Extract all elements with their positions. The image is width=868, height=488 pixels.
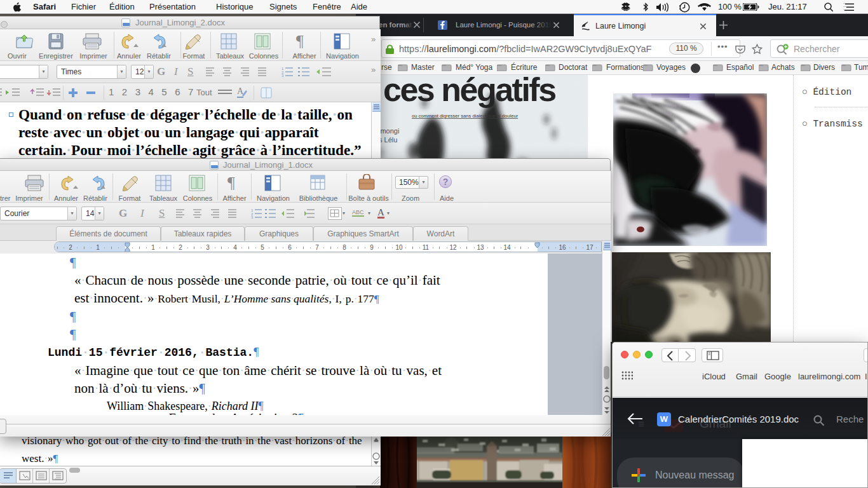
svg-text:12: 12 (449, 244, 457, 251)
svg-text:7: 7 (315, 244, 319, 251)
svg-text:8: 8 (342, 244, 346, 251)
svg-text:2: 2 (69, 244, 72, 251)
svg-text:3: 3 (206, 244, 210, 251)
svg-text:5: 5 (261, 244, 264, 251)
svg-text:3: 3 (281, 74, 284, 77)
svg-text:imongi: imongi (379, 127, 399, 135)
svg-text:11: 11 (423, 244, 430, 251)
svg-text:16: 16 (559, 244, 566, 251)
svg-text:ces négatifs: ces négatifs (383, 75, 555, 108)
svg-text:3: 3 (251, 215, 254, 219)
svg-text:17: 17 (586, 244, 593, 251)
svg-text:10: 10 (395, 244, 403, 251)
svg-text:1: 1 (151, 244, 155, 251)
svg-text:ou comment digresser sans dial: ou comment digresser sans dialectique ni… (412, 113, 519, 119)
svg-text:s Lélu: s Lélu (379, 136, 397, 144)
svg-text:13: 13 (477, 244, 484, 251)
svg-text:2: 2 (179, 244, 182, 251)
svg-text:14: 14 (503, 244, 511, 251)
svg-text:6: 6 (288, 244, 292, 251)
svg-text:9: 9 (370, 244, 374, 251)
svg-text:4: 4 (233, 244, 237, 251)
svg-text:1: 1 (96, 244, 100, 251)
